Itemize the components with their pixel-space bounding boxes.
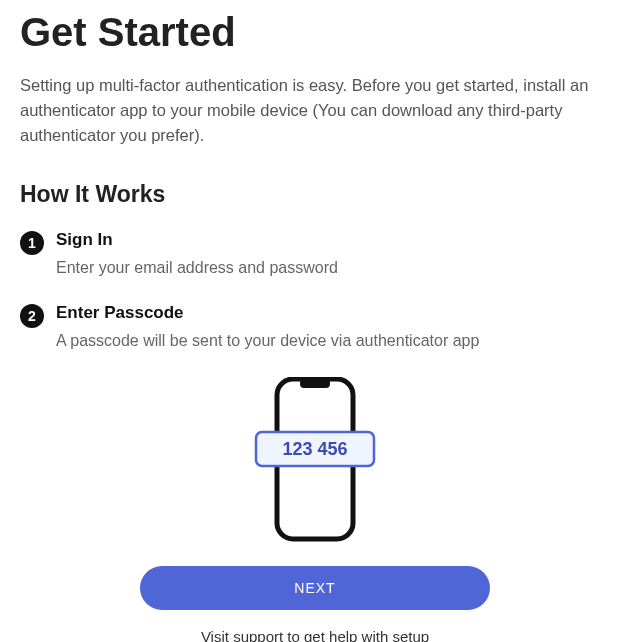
step-1: 1 Sign In Enter your email address and p…	[20, 230, 610, 279]
steps-list: 1 Sign In Enter your email address and p…	[20, 230, 610, 352]
page-title: Get Started	[20, 10, 610, 55]
intro-text: Setting up multi-factor authentication i…	[20, 73, 610, 147]
footer-help-text: Visit support to get help with setup	[20, 628, 610, 642]
step-1-title: Sign In	[56, 230, 610, 250]
step-1-badge: 1	[20, 231, 44, 255]
support-link[interactable]: support	[233, 628, 283, 642]
step-1-desc: Enter your email address and password	[56, 256, 610, 279]
passcode-text: 123 456	[282, 439, 347, 459]
phone-illustration: 123 456	[20, 377, 610, 542]
footer-suffix: to get help with setup	[283, 628, 429, 642]
step-2-desc: A passcode will be sent to your device v…	[56, 329, 610, 352]
how-it-works-heading: How It Works	[20, 181, 610, 208]
next-button[interactable]: NEXT	[140, 566, 490, 610]
footer-prefix: Visit	[201, 628, 233, 642]
phone-icon: 123 456	[250, 377, 380, 542]
svg-rect-1	[300, 379, 330, 388]
step-2-badge: 2	[20, 304, 44, 328]
step-2: 2 Enter Passcode A passcode will be sent…	[20, 303, 610, 352]
step-2-title: Enter Passcode	[56, 303, 610, 323]
